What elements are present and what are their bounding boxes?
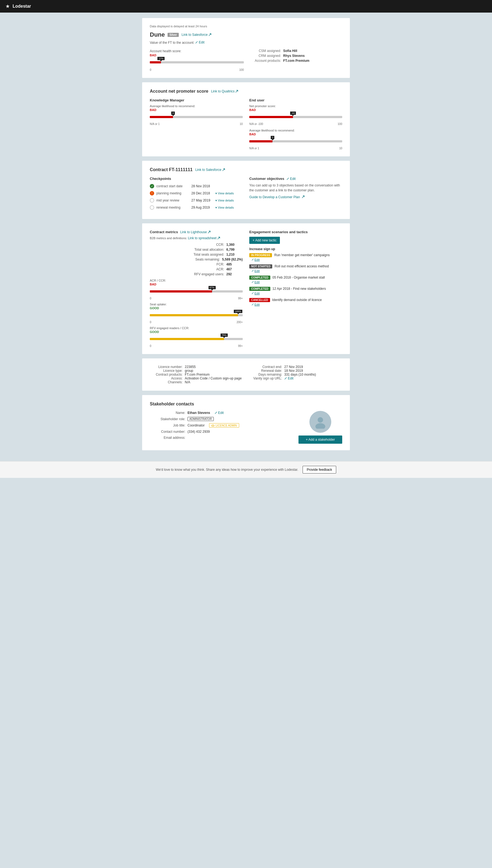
tactic-edit-link[interactable]: Edit xyxy=(251,280,260,284)
lighthouse-link[interactable]: Link to Lighthouse xyxy=(180,230,210,234)
metric-value: 292 xyxy=(226,272,243,276)
nps-eu-range: N/A or -100 100 xyxy=(249,122,342,125)
contract-end-value: 27 Nov 2019 xyxy=(284,365,303,369)
checkpoint-row-3: mid year review 27 May 2019 ▾ View detai… xyxy=(150,198,243,203)
tactic-edit-link[interactable]: Edit xyxy=(251,269,260,273)
footer: We'd love to know what you think. Share … xyxy=(0,461,492,478)
sh-email-row: Email address: xyxy=(150,436,294,440)
value-ft-edit-link[interactable]: Edit xyxy=(195,41,204,44)
crm-row: CRM assigned: Rhys Stevens xyxy=(248,54,342,58)
view-details-4[interactable]: ▾ View details xyxy=(215,206,234,209)
detail-label: Licence type: xyxy=(150,369,182,373)
cp-icon-green: ✓ xyxy=(150,184,154,188)
vanity-url-row: Vanity sign up URL: Edit xyxy=(249,376,342,380)
metric-row: FCR:485 xyxy=(150,263,243,266)
sh-role-row: Stakeholder role: ADMINISTRATOR xyxy=(150,417,294,421)
engagement-col: Engagement scenarios and tactics + Add n… xyxy=(249,230,342,347)
sh-job-row: Job title: Coordinator LICENCE ADMIN xyxy=(150,423,294,427)
external-link-icon-6 xyxy=(217,237,220,240)
metric-label: ACR: xyxy=(182,267,226,271)
nps-eu-range2: N/A or 1 10 xyxy=(249,147,342,150)
checkpoint-row-2: ! planning meeting 28 Dec 2018 ▾ View de… xyxy=(150,191,243,196)
contract-salesforce-link[interactable]: Link to Salesforce xyxy=(195,168,225,172)
external-link-icon-4 xyxy=(302,196,304,198)
qualtrics-link[interactable]: Link to Qualtrics xyxy=(211,90,238,93)
crown-icon xyxy=(211,424,215,427)
metric-label: Total seats assigned: xyxy=(182,253,226,256)
pencil-icon-2 xyxy=(287,177,289,180)
status-badge: COMPLETED xyxy=(249,287,270,291)
spreadsheet-link[interactable]: Link to spreadsheet xyxy=(188,236,220,240)
cp-label-3: mid year review xyxy=(156,198,189,202)
detail-value: Activation Code / Custom sign-up page xyxy=(185,376,242,380)
metrics-col: Contract metrics Link to Lighthouse B2B … xyxy=(150,230,243,347)
salesforce-link[interactable]: Link to Salesforce xyxy=(181,33,211,36)
lodestar-star-icon: ★ xyxy=(5,3,10,9)
sh-name-value: Ethan Stevens xyxy=(188,411,210,415)
sh-name-edit-link[interactable]: Edit xyxy=(215,411,224,415)
seat-marker: 189% xyxy=(234,310,242,313)
metric-rows: CCR:1,360Total seat allocation:6,799Tota… xyxy=(150,243,243,276)
tactic-edit-link[interactable]: Edit xyxy=(251,258,260,262)
add-stakeholder-button[interactable]: + Add a stakeholder xyxy=(298,436,342,444)
tactic-text: Roll out most efficient access method xyxy=(274,264,342,268)
detail-row: Channels:N/A xyxy=(150,380,243,384)
external-link-icon xyxy=(208,33,211,36)
admin-badge: ADMINISTRATOR xyxy=(188,417,214,421)
person-icon xyxy=(314,415,327,429)
metric-row: CCR:1,360 xyxy=(150,243,243,247)
avatar-section: + Add a stakeholder xyxy=(298,411,342,444)
cp-label-4: renewal meeting xyxy=(156,205,189,209)
avatar xyxy=(310,411,331,433)
stakeholder-grid: Name: Ethan Stevens Edit Stakeholder rol… xyxy=(150,411,342,444)
nps-card: Account net promoter score Link to Qualt… xyxy=(142,82,350,156)
guide-link[interactable]: Guide to Develop a Customer Plan xyxy=(249,195,304,199)
cp-date-2: 28 Dec 2018 xyxy=(191,191,213,195)
metric-row: Total seat allocation:6,799 xyxy=(150,248,243,251)
rfv-status: GOOD xyxy=(150,330,243,333)
feedback-button[interactable]: Provide feedback xyxy=(302,466,336,473)
detail-row: Access:Activation Code / Custom sign-up … xyxy=(150,376,243,380)
seat-range: 0 200+ xyxy=(150,321,243,324)
contract-end-row: Contract end: 27 Nov 2019 xyxy=(249,365,342,369)
seat-status: GOOD xyxy=(150,306,243,310)
tactic-edit-link[interactable]: Edit xyxy=(251,292,260,295)
detail-label: Licence number: xyxy=(150,365,182,369)
rfv-range: 0 99+ xyxy=(150,345,243,347)
metrics-def-row: B2B metrics and definitions: Link to spr… xyxy=(150,236,243,240)
main-content: Data displayed is delayed at least 24 ho… xyxy=(142,13,350,461)
stakeholders-title: Stakeholder contacts xyxy=(150,402,342,406)
licence-card: Licence number:223855Licence type:groupC… xyxy=(142,358,350,391)
nps-km-avg-label: Average likelihood to recommend: xyxy=(150,104,243,108)
days-remaining-label: Days remaining: xyxy=(249,373,282,376)
tactic-text: 12 Apr 2018 - Find new stakeholders xyxy=(272,287,342,291)
metric-row: ACR:467 xyxy=(150,267,243,271)
nps-eu-marker2: 3 xyxy=(271,136,274,139)
cp-date-3: 27 May 2019 xyxy=(191,198,213,202)
rfv-marker: 75% xyxy=(221,333,228,337)
products-row: Account products: FT.com Premium xyxy=(248,59,342,63)
contract-title-row: Contract FT-1111111 Link to Salesforce xyxy=(150,167,342,172)
assigned-grid: CSM assigned: Sofia Hill CRM assigned: R… xyxy=(248,49,342,71)
nps-eu-title: End user xyxy=(249,98,342,102)
view-details-3[interactable]: ▾ View details xyxy=(215,199,234,202)
metric-row: RFV engaged users:292 xyxy=(150,272,243,276)
tactic-edit-link[interactable]: Edit xyxy=(251,303,260,306)
metric-row: Seats remaining:5,589 (82.2%) xyxy=(150,257,243,262)
vanity-url-edit-link[interactable]: Edit xyxy=(284,376,294,380)
add-tactic-button[interactable]: + Add new tactic xyxy=(249,237,280,244)
cp-label-2: planning meeting xyxy=(156,191,189,195)
view-details-2[interactable]: ▾ View details xyxy=(215,192,234,195)
objectives-edit-link[interactable]: Edit xyxy=(287,177,296,181)
list-item: COMPLETED 12 Apr 2018 - Find new stakeho… xyxy=(249,287,342,295)
metric-label: Seats remaining: xyxy=(178,257,222,262)
metric-row: Total seats assigned:1,210 xyxy=(150,253,243,256)
seat-label: Seat uptake: xyxy=(150,303,243,306)
metric-label: RFV engaged users: xyxy=(182,272,226,276)
metrics-title-row: Contract metrics Link to Lighthouse xyxy=(150,230,243,234)
health-status: BAD xyxy=(150,54,244,57)
detail-row: Contract products:FT.com Premium xyxy=(150,373,243,376)
contract-card: Contract FT-1111111 Link to Salesforce C… xyxy=(142,161,350,219)
metric-label: CCR: xyxy=(182,243,226,247)
nps-km-status: BAD xyxy=(150,108,243,111)
